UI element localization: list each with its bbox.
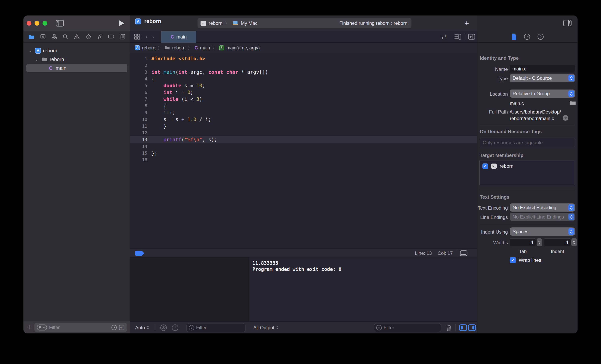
line-endings-popup[interactable]: No Explicit Line Endings [510, 213, 575, 221]
code-line-3[interactable]: 3int main(int argc, const char * argv[]) [130, 69, 477, 76]
disclosure-chevron-icon[interactable]: ⌄ [28, 48, 33, 53]
code-line-1[interactable]: 1#include <stdio.h> [130, 55, 477, 62]
variables-filter-field[interactable] [186, 323, 246, 332]
wrap-lines-row[interactable]: ✓ Wrap lines [510, 257, 541, 263]
source-control-navigator-icon[interactable] [40, 34, 46, 39]
run-button[interactable] [119, 20, 125, 27]
breadcrumb-project[interactable]: reborn [142, 45, 155, 51]
line-number: 11 [130, 123, 147, 130]
type-popup[interactable]: Default - C Source [510, 74, 575, 82]
variables-scope-popup[interactable]: Auto [135, 325, 145, 330]
code-text: int main(int argc, const char * argv[]) [151, 69, 268, 75]
breadcrumb-folder-icon [164, 46, 170, 50]
code-editor[interactable]: 1#include <stdio.h>23int main(int argc, … [130, 53, 477, 249]
close-window-button[interactable] [27, 21, 31, 26]
breadcrumb-file[interactable]: main [200, 45, 210, 51]
add-tab-button[interactable]: + [464, 19, 469, 28]
variables-filter-input[interactable] [196, 325, 236, 330]
issue-navigator-icon[interactable]: ! [74, 34, 80, 39]
project-navigator-icon[interactable] [28, 34, 35, 39]
debug-navigator-icon[interactable] [97, 34, 102, 40]
quicklook-info-icon[interactable]: i [171, 324, 179, 331]
clear-console-trash-icon[interactable] [445, 324, 452, 331]
recents-clock-icon[interactable] [111, 325, 117, 330]
indent-using-popup[interactable]: Spaces [510, 228, 575, 236]
choose-location-folder-icon[interactable] [569, 100, 576, 105]
report-navigator-icon[interactable] [120, 34, 125, 39]
toggle-debug-area-icon[interactable] [460, 250, 467, 256]
scheme-destination[interactable]: My Mac [241, 20, 257, 26]
add-file-button[interactable]: + [27, 323, 31, 331]
go-forward-icon[interactable]: › [152, 33, 154, 40]
tab-width-stepper[interactable] [537, 238, 542, 246]
zoom-window-button[interactable] [42, 21, 47, 26]
history-inspector-icon[interactable] [524, 33, 531, 40]
console-filter-field[interactable] [374, 323, 441, 332]
breadcrumb-group[interactable]: reborn [172, 45, 185, 51]
show-console-view-icon[interactable] [468, 324, 476, 331]
related-items-icon[interactable] [134, 33, 140, 40]
tree-item-reborn[interactable]: ⌄reborn [23, 55, 130, 64]
breakpoint-navigator-icon[interactable] [108, 34, 114, 39]
tab-width-field[interactable]: 4 [510, 238, 536, 246]
code-line-10[interactable]: 10 s = s + 1.0 / i; [130, 116, 477, 123]
code-line-8[interactable]: 8 { [130, 103, 477, 109]
navigator-filter-input[interactable] [49, 325, 105, 330]
test-navigator-icon[interactable] [85, 34, 91, 40]
code-line-2[interactable]: 2 [130, 62, 477, 69]
tree-item-reborn[interactable]: ⌄Areborn [23, 46, 130, 55]
add-editor-icon[interactable] [468, 34, 475, 40]
console-scope-popup[interactable]: All Output [253, 325, 274, 330]
code-line-16[interactable]: 16 [130, 157, 477, 163]
code-line-5[interactable]: 5 double s = 10; [130, 82, 477, 89]
target-row[interactable]: ✓ >_ reborn [482, 163, 575, 169]
text-encoding-popup[interactable]: No Explicit Encoding [510, 203, 575, 211]
toggle-left-sidebar-icon[interactable] [56, 20, 64, 27]
scheme-pill[interactable]: >_ reborn 〉 My Mac Finished running rebo… [198, 18, 411, 28]
code-line-11[interactable]: 11 } [130, 123, 477, 130]
code-line-14[interactable]: 14 [130, 143, 477, 150]
indent-width-stepper[interactable] [571, 238, 577, 246]
indent-width-field[interactable]: 4 [544, 238, 571, 246]
symbol-navigator-icon[interactable] [51, 34, 57, 39]
breadcrumb-function[interactable]: main(argc, argv) [226, 45, 260, 51]
scheme-target[interactable]: reborn [209, 20, 222, 26]
window-title: reborn [144, 18, 161, 24]
minimize-window-button[interactable] [35, 21, 39, 26]
show-variables-view-icon[interactable] [459, 324, 467, 331]
scm-status-filter-icon[interactable]: +- [119, 325, 125, 330]
variables-view[interactable] [130, 258, 250, 321]
activity-status: Finished running reborn : reborn [339, 20, 407, 26]
file-inspector-icon[interactable] [511, 33, 517, 40]
odrt-tags-field[interactable]: Only resources are taggable [480, 138, 575, 147]
name-field[interactable]: main.c [510, 65, 575, 73]
swap-editor-icon[interactable]: ⇄ [441, 33, 447, 41]
console-output[interactable]: 11.833333Program ended with exit code: 0 [250, 258, 477, 321]
text-settings-header: Text Settings [480, 194, 509, 200]
svg-text:+-: +- [120, 326, 123, 329]
wrap-lines-checkbox[interactable]: ✓ [510, 257, 516, 263]
code-line-6[interactable]: 6 int i = 0; [130, 89, 477, 96]
find-navigator-icon[interactable] [63, 34, 68, 39]
code-line-12[interactable]: 12 [130, 130, 477, 136]
line-number: 4 [130, 76, 147, 82]
tree-item-main[interactable]: Cmain [23, 64, 130, 72]
location-popup[interactable]: Relative to Group [510, 89, 575, 98]
breakpoint-toggle[interactable] [135, 251, 144, 256]
disclosure-chevron-icon[interactable]: ⌄ [34, 57, 39, 62]
code-line-4[interactable]: 4{ [130, 76, 477, 82]
console-filter-input[interactable] [384, 325, 429, 330]
open-full-path-arrow-icon[interactable] [562, 115, 568, 121]
quick-help-inspector-icon[interactable]: ? [537, 33, 544, 40]
toggle-right-sidebar-icon[interactable] [563, 20, 571, 26]
code-line-9[interactable]: 9 i++; [130, 109, 477, 116]
code-line-7[interactable]: 7 while (i < 3) [130, 96, 477, 103]
go-back-icon[interactable]: ‹ [146, 33, 148, 40]
view-memory-eye-icon[interactable] [160, 324, 167, 331]
code-line-15[interactable]: 15}; [130, 150, 477, 157]
navigator-filter-field[interactable]: +- [34, 323, 127, 332]
target-checkbox[interactable]: ✓ [482, 163, 488, 169]
tab-main[interactable]: C main [161, 31, 196, 43]
editor-options-icon[interactable] [454, 34, 461, 40]
code-line-13[interactable]: 13 printf("%f\n", s); [130, 136, 477, 143]
